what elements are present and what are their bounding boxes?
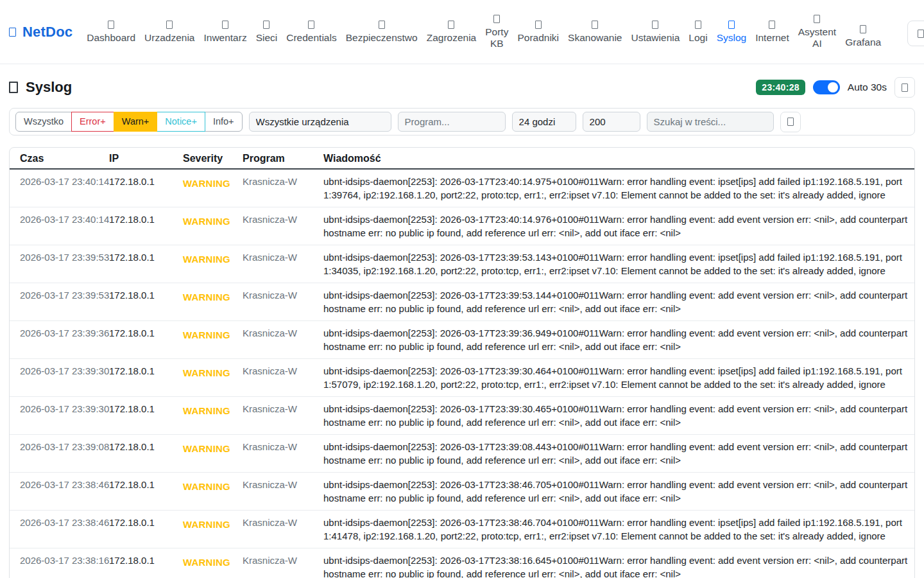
header-actions: 23:40:28 Auto 30s <box>756 77 915 98</box>
nav-item-syslog[interactable]: Syslog <box>717 21 747 44</box>
nav-item-label: Bezpieczenstwo <box>346 32 418 44</box>
device-select[interactable]: Wszystkie urządzenia <box>249 112 391 132</box>
nav-item-icon <box>860 25 866 33</box>
cell-ip: 172.18.0.1 <box>104 511 178 534</box>
nav-item-icon <box>108 21 114 29</box>
cell-message: ubnt-idsips-daemon[2253]: 2026-03-17T23:… <box>318 511 914 548</box>
table-row[interactable]: 2026-03-17 23:39:36 172.18.0.1 WARNING K… <box>10 321 914 359</box>
nav-item-icon <box>493 15 500 23</box>
table-row[interactable]: 2026-03-17 23:40:14 172.18.0.1 WARNING K… <box>10 207 914 245</box>
cell-time: 2026-03-17 23:40:14 <box>10 170 104 193</box>
nav-items: Dashboard Urzadzenia Inwentarz Sieci Cre… <box>87 15 907 49</box>
nav-item-label: Sieci <box>256 32 278 44</box>
table-row[interactable]: 2026-03-17 23:39:53 172.18.0.1 WARNING K… <box>10 245 914 283</box>
cell-time: 2026-03-17 23:38:46 <box>10 473 104 496</box>
severity-badge: WARNING <box>178 359 237 385</box>
refresh-button[interactable] <box>894 77 915 98</box>
nav-item-poradniki[interactable]: Poradniki <box>517 21 559 44</box>
cell-program: Krasnicza-W <box>237 548 318 572</box>
clock-badge: 23:40:28 <box>756 80 805 95</box>
table-header-row: Czas IP Severity Program Wiadomość <box>10 148 914 170</box>
nav-item-label: Logi <box>689 32 707 44</box>
cell-message: ubnt-idsips-daemon[2253]: 2026-03-17T23:… <box>318 170 914 207</box>
cell-program: Krasnicza-W <box>237 435 318 459</box>
nav-item-icon <box>222 21 228 29</box>
nav-item-dashboard[interactable]: Dashboard <box>87 21 135 44</box>
cell-program: Krasnicza-W <box>237 397 318 421</box>
cell-message: ubnt-idsips-daemon[2253]: 2026-03-17T23:… <box>318 321 914 358</box>
severity-filter-group: WszystkoError+Warn+Notice+Info+ <box>15 112 243 131</box>
col-header-czas: Czas <box>10 148 104 168</box>
nav-item-internet[interactable]: Internet <box>755 21 789 44</box>
cell-ip: 172.18.0.1 <box>104 283 178 307</box>
nav-item-label: Skanowanie <box>568 32 622 44</box>
nav-item-icon <box>379 21 385 29</box>
nav-item-label: Inwentarz <box>203 32 246 44</box>
severity-filter-notice[interactable]: Notice+ <box>157 112 205 131</box>
severity-badge: WARNING <box>178 170 237 195</box>
cell-message: ubnt-idsips-daemon[2253]: 2026-03-17T23:… <box>318 359 914 396</box>
nav-item-grafana[interactable]: Grafana <box>845 25 881 48</box>
table-row[interactable]: 2026-03-17 23:40:14 172.18.0.1 WARNING K… <box>10 170 914 207</box>
nav-item-credentials[interactable]: Credentials <box>286 21 336 44</box>
overflow-icon <box>918 30 924 38</box>
toggle-knob <box>828 82 838 92</box>
severity-badge: WARNING <box>178 283 237 309</box>
cell-ip: 172.18.0.1 <box>104 473 178 496</box>
cell-ip: 172.18.0.1 <box>104 397 178 421</box>
cell-message: ubnt-idsips-daemon[2253]: 2026-03-17T23:… <box>318 207 914 245</box>
cell-program: Krasnicza-W <box>237 283 318 307</box>
page-header: Syslog 23:40:28 Auto 30s <box>0 64 924 108</box>
nav-item-porty-kb[interactable]: Porty KB <box>485 15 508 49</box>
cell-time: 2026-03-17 23:39:30 <box>10 397 104 421</box>
nav-item-logi[interactable]: Logi <box>689 21 707 44</box>
nav-item-skanowanie[interactable]: Skanowanie <box>568 21 622 44</box>
table-row[interactable]: 2026-03-17 23:38:46 172.18.0.1 WARNING K… <box>10 473 914 511</box>
syslog-table: Czas IP Severity Program Wiadomość 2026-… <box>9 147 915 578</box>
cell-program: Krasnicza-W <box>237 359 318 383</box>
table-row[interactable]: 2026-03-17 23:39:30 172.18.0.1 WARNING K… <box>10 359 914 397</box>
table-row[interactable]: 2026-03-17 23:39:08 172.18.0.1 WARNING K… <box>10 435 914 473</box>
col-header-program: Program <box>237 148 318 168</box>
nav-item-bezpieczenstwo[interactable]: Bezpieczenstwo <box>346 21 418 44</box>
col-header-ip: IP <box>104 148 178 168</box>
table-row[interactable]: 2026-03-17 23:39:30 172.18.0.1 WARNING K… <box>10 397 914 435</box>
navbar-overflow-button[interactable] <box>907 21 924 46</box>
nav-item-urzadzenia[interactable]: Urzadzenia <box>144 21 194 44</box>
nav-item-icon <box>814 15 820 23</box>
severity-badge: WARNING <box>178 207 237 233</box>
search-input[interactable] <box>647 112 774 132</box>
time-range-select[interactable]: 24 godzi <box>512 112 576 132</box>
nav-item-icon <box>769 21 775 29</box>
syslog-title-icon <box>9 82 18 93</box>
cell-message: ubnt-idsips-daemon[2253]: 2026-03-17T23:… <box>318 473 914 510</box>
nav-item-label: Ustawienia <box>631 32 680 44</box>
nav-item-sieci[interactable]: Sieci <box>256 21 278 44</box>
cell-time: 2026-03-17 23:39:53 <box>10 283 104 307</box>
cell-message: ubnt-idsips-daemon[2253]: 2026-03-17T23:… <box>318 435 914 472</box>
cell-time: 2026-03-17 23:38:16 <box>10 548 104 572</box>
severity-filter-error[interactable]: Error+ <box>71 112 114 131</box>
nav-item-inwentarz[interactable]: Inwentarz <box>203 21 246 44</box>
nav-item-asystent-ai[interactable]: Asystent AI <box>798 15 836 49</box>
cell-program: Krasnicza-W <box>237 321 318 345</box>
auto-refresh-toggle[interactable] <box>813 80 840 94</box>
severity-filter-warn[interactable]: Warn+ <box>114 112 158 131</box>
cell-message: ubnt-idsips-daemon[2253]: 2026-03-17T23:… <box>318 548 914 578</box>
brand[interactable]: NetDoc <box>9 24 73 40</box>
severity-filter-info[interactable]: Info+ <box>205 112 243 131</box>
severity-filter-wszystko[interactable]: Wszystko <box>15 112 72 131</box>
cell-ip: 172.18.0.1 <box>104 359 178 383</box>
nav-item-icon <box>728 21 735 29</box>
nav-item-icon <box>695 21 701 29</box>
search-button[interactable] <box>780 112 801 132</box>
nav-item-ustawienia[interactable]: Ustawienia <box>631 21 680 44</box>
nav-item-zagrozenia[interactable]: Zagrozenia <box>427 21 477 44</box>
table-row[interactable]: 2026-03-17 23:38:16 172.18.0.1 WARNING K… <box>10 548 914 578</box>
table-row[interactable]: 2026-03-17 23:39:53 172.18.0.1 WARNING K… <box>10 283 914 321</box>
cell-time: 2026-03-17 23:39:30 <box>10 359 104 383</box>
nav-item-label: Credentials <box>286 32 336 44</box>
program-input[interactable] <box>398 112 506 132</box>
limit-select[interactable]: 200 <box>583 112 640 132</box>
table-row[interactable]: 2026-03-17 23:38:46 172.18.0.1 WARNING K… <box>10 511 914 548</box>
